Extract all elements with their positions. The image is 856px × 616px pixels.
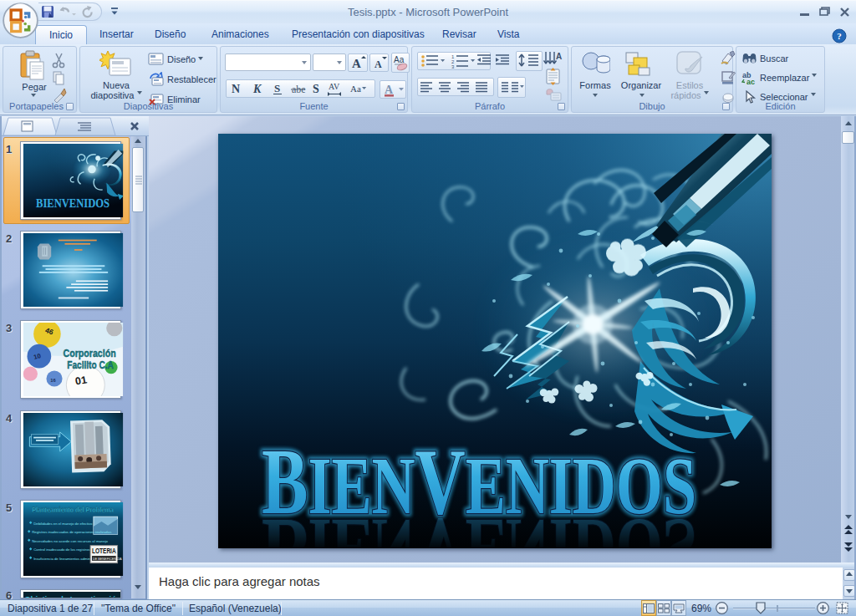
svg-text:A: A	[385, 84, 394, 96]
svg-text:?: ?	[837, 31, 842, 41]
svg-text:Aa: Aa	[394, 55, 405, 64]
svg-text:ac: ac	[746, 78, 755, 85]
svg-text:Aa: Aa	[350, 84, 361, 94]
svg-text:3: 3	[451, 64, 455, 69]
svg-text:S: S	[274, 82, 280, 94]
svg-text:S: S	[313, 83, 319, 95]
svg-text:AV: AV	[329, 82, 340, 91]
svg-text:A: A	[352, 57, 361, 70]
svg-text:K: K	[252, 83, 262, 95]
svg-text:A: A	[374, 59, 382, 70]
svg-text:N: N	[232, 83, 240, 95]
svg-text:A: A	[556, 52, 562, 61]
svg-text:BIENVENIDOS: BIENVENIDOS	[262, 500, 696, 548]
